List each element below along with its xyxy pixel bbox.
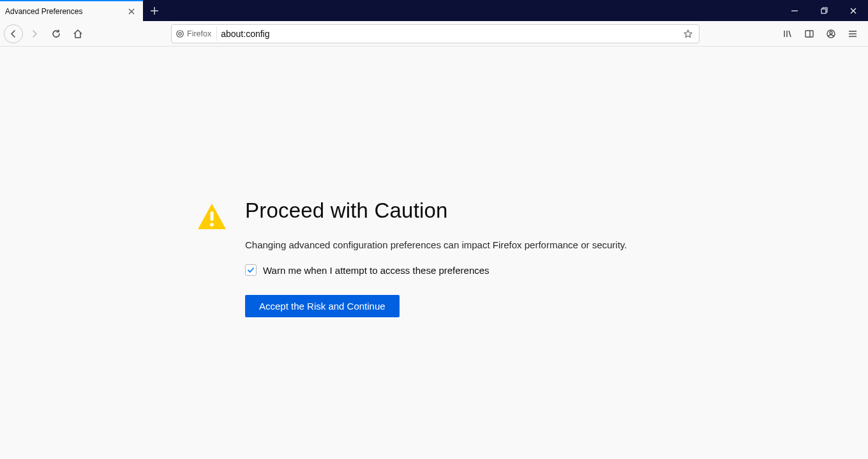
warning-description: Changing advanced configuration preferen…	[245, 239, 671, 250]
reload-button[interactable]	[46, 24, 66, 44]
window-minimize-button[interactable]	[780, 0, 809, 21]
svg-point-5	[830, 31, 832, 34]
close-tab-button[interactable]	[125, 5, 138, 18]
svg-point-1	[177, 30, 184, 37]
warning-container: Proceed with Caution Changing advanced c…	[197, 199, 671, 317]
window-controls	[780, 0, 868, 21]
toolbar-right	[777, 24, 863, 44]
home-button[interactable]	[68, 24, 88, 44]
bookmark-star-button[interactable]	[681, 29, 695, 39]
titlebar: Advanced Preferences	[0, 0, 868, 21]
url-bar[interactable]: Firefox about:config	[171, 24, 700, 43]
warning-icon	[197, 201, 227, 232]
browser-tab[interactable]: Advanced Preferences	[0, 0, 143, 21]
app-menu-button[interactable]	[842, 24, 863, 44]
identity-label: Firefox	[187, 29, 211, 38]
tab-title: Advanced Preferences	[5, 7, 125, 16]
sidebar-button[interactable]	[799, 24, 819, 44]
svg-rect-3	[805, 31, 813, 37]
page-content: Proceed with Caution Changing advanced c…	[0, 47, 868, 459]
window-maximize-button[interactable]	[809, 0, 839, 21]
library-button[interactable]	[777, 24, 798, 44]
svg-point-7	[210, 223, 214, 227]
warning-body: Proceed with Caution Changing advanced c…	[245, 199, 671, 317]
account-button[interactable]	[821, 24, 841, 44]
window-close-button[interactable]	[839, 0, 868, 21]
identity-box[interactable]: Firefox	[176, 27, 217, 41]
firefox-icon	[176, 29, 184, 38]
svg-rect-6	[211, 211, 214, 221]
warning-checkbox-row[interactable]: Warn me when I attempt to access these p…	[245, 264, 671, 276]
svg-point-2	[179, 32, 181, 34]
url-text: about:config	[221, 29, 677, 39]
accept-risk-button[interactable]: Accept the Risk and Continue	[245, 295, 400, 317]
warning-checkbox-label: Warn me when I attempt to access these p…	[263, 265, 490, 276]
new-tab-button[interactable]	[143, 0, 166, 21]
svg-rect-0	[821, 9, 826, 13]
forward-button[interactable]	[24, 24, 45, 44]
back-button[interactable]	[4, 24, 23, 43]
warning-title: Proceed with Caution	[245, 199, 671, 223]
warning-checkbox[interactable]	[245, 264, 257, 276]
nav-toolbar: Firefox about:config	[0, 21, 868, 47]
